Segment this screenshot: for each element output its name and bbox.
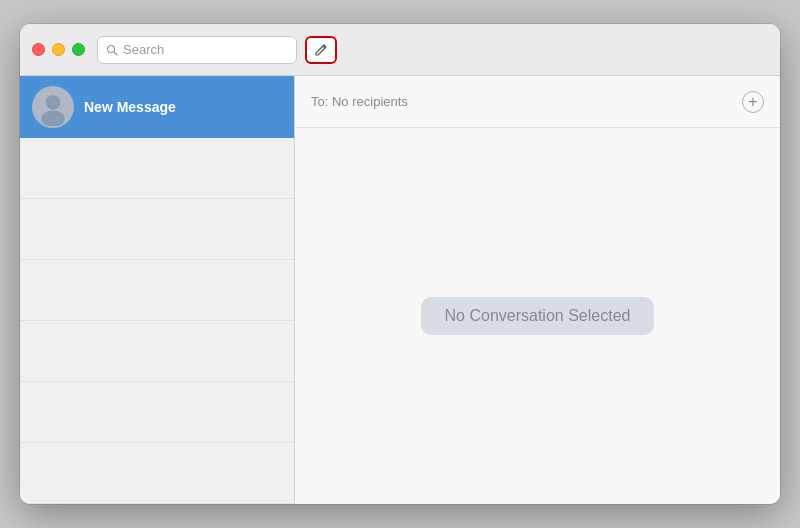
sidebar-empty-row: [20, 382, 294, 443]
right-body: No Conversation Selected: [295, 128, 780, 504]
add-icon: +: [748, 94, 757, 110]
sidebar-empty-row: [20, 443, 294, 504]
sidebar-item-content: New Message: [84, 99, 176, 115]
search-placeholder: Search: [123, 42, 164, 57]
right-panel: To: No recipients + No Conversation Sele…: [295, 76, 780, 504]
avatar: [32, 86, 74, 128]
minimize-button[interactable]: [52, 43, 65, 56]
sidebar-empty-row: [20, 199, 294, 260]
search-bar[interactable]: Search: [97, 36, 297, 64]
close-button[interactable]: [32, 43, 45, 56]
titlebar: Search: [20, 24, 780, 76]
sidebar-empty-row: [20, 260, 294, 321]
svg-point-2: [46, 95, 60, 109]
sidebar-item-name: New Message: [84, 99, 176, 115]
svg-point-3: [41, 111, 65, 126]
sidebar-empty-row: [20, 138, 294, 199]
main-content: New Message To: No recipients + No Conv: [20, 76, 780, 504]
svg-point-0: [108, 45, 115, 52]
messages-window: Search New Message: [20, 24, 780, 504]
no-conversation-badge: No Conversation Selected: [421, 297, 655, 335]
compose-icon: [314, 43, 328, 57]
to-placeholder: No recipients: [332, 94, 408, 109]
search-icon: [106, 44, 118, 56]
svg-line-1: [114, 52, 117, 55]
maximize-button[interactable]: [72, 43, 85, 56]
compose-button[interactable]: [305, 36, 337, 64]
sidebar: New Message: [20, 76, 295, 504]
add-recipient-button[interactable]: +: [742, 91, 764, 113]
sidebar-item-new-message[interactable]: New Message: [20, 76, 294, 138]
traffic-lights: [32, 43, 85, 56]
to-label: To:: [311, 94, 332, 109]
to-field: To: No recipients: [311, 94, 408, 109]
no-conversation-text: No Conversation Selected: [445, 307, 631, 324]
right-header: To: No recipients +: [295, 76, 780, 128]
sidebar-empty-row: [20, 321, 294, 382]
